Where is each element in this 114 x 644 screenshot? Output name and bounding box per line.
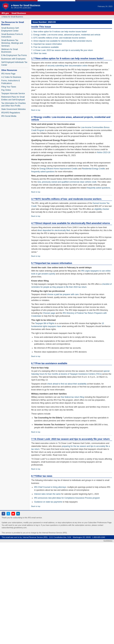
link-irs-directory[interactable]: IRS Directory of Federal Tax Return Prep… [31, 312, 107, 317]
section-7: 7.?A Closer Look: 2023 tax season and ti… [31, 438, 112, 471]
social-links: f t ▶ in [2, 512, 112, 516]
section-7-heading: 7.?A Closer Look: 2023 tax season and ti… [31, 438, 112, 441]
section-2-text-3: Taxpayers may be also to take the reside… [31, 161, 112, 173]
divider-4 [31, 259, 112, 260]
sidebar-item-workshop[interactable]: Small Business Tax Workshop, Meetings an… [1, 39, 28, 48]
link-chief-counsel[interactable]: IRS Chief Counsel is hiring attorneys [34, 486, 66, 488]
link-interest-rates[interactable]: Interest rates remain the same [34, 493, 61, 495]
link-state-tax[interactable]: Guidance on state tax payments [34, 501, 62, 503]
link-free-filing[interactable]: free federal tax return filing [61, 396, 84, 398]
section-3-heading: 3.??EITC benefits millions of low- and m… [31, 198, 112, 201]
sidebar-item-selfemployed[interactable]: Self-Employed Individuals Tax Center [1, 60, 28, 67]
sidebar-item-filingtaxes[interactable]: Filing Your Taxes [1, 85, 28, 88]
sidebar-item-irsars[interactable]: IRS/ARS Regulations [1, 111, 28, 114]
toc-item-1[interactable]: 1. New online option for 9 notices can h… [31, 30, 87, 33]
back-to-top-3[interactable]: Back to top [31, 215, 40, 217]
site-header: IRS e-News for Small Business An officia… [0, 1, 114, 12]
facebook-icon[interactable]: f [2, 512, 5, 516]
sidebar: Tax Resources for Small Business Small B… [0, 18, 29, 510]
link-energy-efficient[interactable]: Energy Efficient Home Improvement Credit… [40, 168, 78, 170]
assistance-item-1: Tax Counseling for the Elderly ? priorit… [34, 416, 112, 422]
section-7-text-2: ?A Closer Look? is a column from IRS exe… [31, 458, 112, 466]
link-securely-submitting[interactable]: securely submitting their documentation … [47, 64, 88, 67]
section-1-text-2: "This capability is another step forward… [31, 68, 112, 92]
link-cap[interactable]: IRS announces new pilot ideas for Compli… [34, 497, 100, 499]
link-faq-vehicle[interactable]: frequently asked questions [87, 187, 110, 189]
divider-7 [31, 472, 112, 472]
toc-item-6[interactable]: 6. Free tax assistance available [31, 46, 59, 48]
link-preparing-tax[interactable]: preparing for the tax season and tips to… [31, 445, 110, 450]
link-irs-urges[interactable]: IRS urges taxpayers to use online tools … [31, 270, 111, 275]
section-2-sub3: Home Improvements [31, 158, 112, 161]
back-to-top-7[interactable]: Back to top [31, 468, 40, 470]
link-saturday-hours[interactable]: special Saturday hours for four months a… [31, 370, 110, 375]
section-3-text: The IRS, along with its partners nationw… [31, 202, 112, 214]
section-4-heading: 4.??Direct deposit now available for ele… [31, 222, 112, 225]
sidebar-item-pay[interactable]: Pay Online [1, 88, 28, 92]
back-to-top-2[interactable]: Back to top [31, 191, 40, 193]
sidebar-item-social[interactable]: IRS Social Media [1, 114, 28, 118]
news-item-3: IRS announces new pilot ideas for Compli… [34, 496, 112, 500]
link-low-income-bonus[interactable]: Low-Income Communities Bonus Credit Prog… [31, 126, 110, 132]
back-to-top-1[interactable]: Back to top [31, 109, 40, 111]
toc-item-2[interactable]: 2. Energy credits: Low-income areas, adv… [31, 34, 100, 36]
section-1-heading: 1.??New online option for 9 notices can … [31, 57, 112, 60]
link-eitc-checker[interactable]: eligibility checker [94, 208, 109, 210]
nav-irsgov[interactable]: IRS.gov [2, 12, 9, 14]
link-notice-2023-18[interactable]: Notice 2023-18 [97, 151, 110, 154]
link-eitc[interactable]: Earned Income Tax Credit [31, 202, 110, 207]
toc-item-8[interactable]: 8. Other tax news [31, 52, 47, 54]
toc-item-5[interactable]: 5. Important tax season information [31, 43, 62, 45]
youtube-icon[interactable]: ▶ [11, 512, 15, 516]
section-5-sub4: The right to be informed [31, 319, 112, 321]
rights-item-4: Receive clear explanations of the outcom… [34, 350, 112, 353]
section-5-text-1: With the nation entering a peak period f… [31, 269, 112, 278]
back-to-top-8[interactable]: Back to top [31, 505, 40, 507]
section-8-intro: The following information may be of inte… [31, 479, 112, 485]
section-6: 6.??Free tax assistance available Face-t… [31, 362, 112, 434]
link-check-tac[interactable]: check ahead to find out about their avai… [47, 383, 87, 385]
toc-item-3[interactable]: 3. EITC benefits millions of low- and mo… [31, 37, 86, 39]
section-5-text-2: To help taxpayers navigate the beginning… [31, 282, 112, 288]
link-checklist[interactable]: checklist of reminders for people as the… [31, 283, 112, 288]
toc-item-4[interactable]: 4. Direct deposit now available for elec… [31, 40, 92, 42]
sidebar-other-title: Other Resources [1, 69, 28, 72]
section-1-text-1: Taxpayers who receive certain notices re… [31, 61, 112, 67]
sidebar-item-homepage[interactable]: IRS Home Page [1, 72, 28, 76]
sidebar-item-forms[interactable]: Small Business Forms & Instructions [1, 32, 28, 39]
section-5-heading: 5.??Important tax season information [31, 262, 112, 265]
link-chooser[interactable]: Chooser page [43, 312, 55, 314]
link-faq-home[interactable]: frequently asked questions [31, 170, 55, 173]
sidebar-item-retirement[interactable]: Retirement Plans for Small Entities and … [1, 95, 28, 102]
linkedin-icon[interactable]: in [16, 512, 20, 516]
section-2-sub2: Qualifying Advanced Energy Project Credi… [31, 139, 112, 142]
nav-smallbusiness[interactable]: Small Business [11, 12, 26, 14]
link-direct-deposit[interactable]: direct deposited for electronically file… [37, 229, 70, 232]
twitter-icon[interactable]: t [6, 512, 10, 516]
news-item-2: Interest rates remain the same for calen… [34, 492, 112, 496]
link-clean-vehicle[interactable]: new, previously owned and qualified comm… [37, 181, 96, 183]
back-to-top-5[interactable]: Back to top [31, 355, 40, 357]
section-2-text-2: The Department of Treasury and the IRS a… [31, 142, 112, 157]
link-residential-energy[interactable]: Residential Energy Credits [82, 168, 105, 170]
toc-item-7[interactable]: 7. A Closer Look: 2023 tax season and ti… [31, 49, 93, 52]
section-6-sub1: Face-to-face help [31, 366, 112, 369]
sidebar-item-efile[interactable]: E-file Employment Tax Forms [1, 54, 28, 57]
sidebar-item-self-employment[interactable]: Small Business Self-Employment Center [1, 26, 28, 32]
sidebar-item-advocate[interactable]: Taxpayer Advocate Service [1, 92, 28, 95]
sidebar-item-webinars[interactable]: Webinars for Small Businesses [1, 48, 28, 54]
link-taxpayer-bill[interactable]: Taxpayer Bill of Rights [35, 322, 55, 324]
flag-banner [0, 0, 114, 1]
sidebar-item-charities[interactable]: Tax Information for Charities and Other … [1, 102, 28, 108]
section-5-text-4: Tax filers need to understand who they'r… [31, 303, 112, 318]
sidebar-item-state[interactable]: State Government Websites [1, 108, 28, 111]
section-4: 4.??Direct deposit now available for ele… [31, 222, 112, 258]
sidebar-item-az[interactable]: A-Z Index for Business [1, 76, 28, 79]
section-6-text-4: Some members have extra time to file, bu… [31, 406, 112, 411]
sidebar-item-publications[interactable]: Forms, Instructions & Publications [1, 79, 28, 85]
link-tax-preparer[interactable]: choose a paid tax preparer with care [47, 293, 79, 296]
back-to-top-6[interactable]: Back to top [31, 431, 40, 433]
section-6-sub2: Military members and their families [31, 392, 112, 395]
sidebar-item-businesses[interactable]: Businesses with Employees [1, 57, 28, 60]
back-to-top-4[interactable]: Back to top [31, 255, 40, 257]
